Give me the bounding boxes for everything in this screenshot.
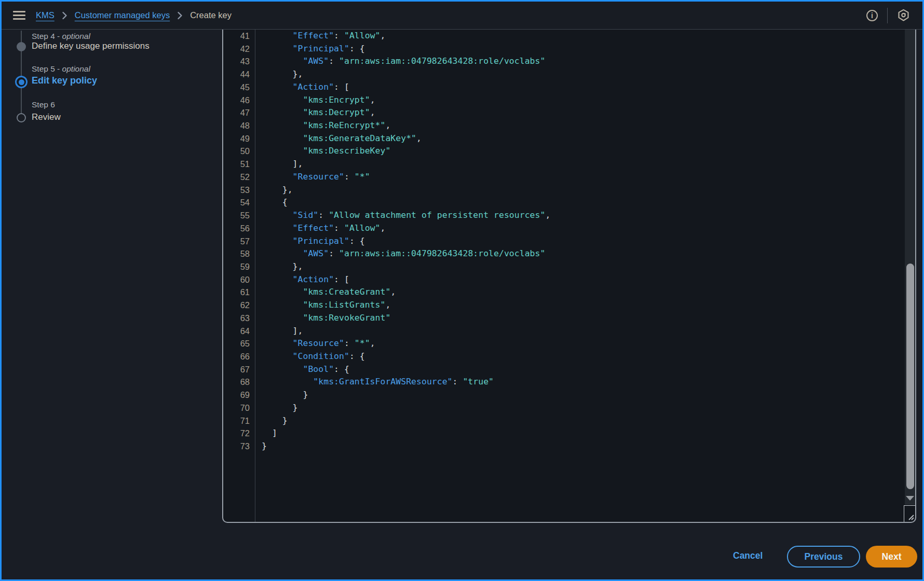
divider bbox=[887, 8, 888, 23]
code-line: ] bbox=[256, 427, 904, 440]
code-line: { bbox=[256, 196, 904, 209]
line-number: 41 bbox=[223, 30, 255, 43]
line-number: 56 bbox=[223, 222, 255, 235]
line-number: 42 bbox=[223, 43, 255, 56]
step-4-circle bbox=[17, 42, 26, 51]
code-line: "Resource": "*", bbox=[256, 337, 904, 350]
line-number: 63 bbox=[223, 312, 255, 325]
code-line: "Resource": "*" bbox=[256, 171, 904, 184]
next-button[interactable]: Next bbox=[866, 546, 917, 568]
editor-resize-handle[interactable] bbox=[904, 505, 915, 522]
code-line: "kms:GenerateDataKey*", bbox=[256, 132, 904, 145]
line-number: 45 bbox=[223, 81, 255, 94]
code-line: } bbox=[256, 414, 904, 427]
line-number: 50 bbox=[223, 145, 255, 158]
code-line: } bbox=[256, 389, 904, 402]
previous-button[interactable]: Previous bbox=[787, 546, 860, 568]
code-line: ], bbox=[256, 325, 904, 338]
code-line: }, bbox=[256, 260, 904, 273]
line-number: 62 bbox=[223, 299, 255, 312]
editor-scrollbar-thumb[interactable] bbox=[906, 264, 914, 489]
code-line: "Effect": "Allow", bbox=[256, 222, 904, 235]
top-nav-actions: i bbox=[866, 8, 910, 23]
scroll-down-arrow-icon[interactable] bbox=[906, 496, 914, 501]
code-line: "AWS": "arn:aws:iam::047982643428:role/v… bbox=[256, 55, 904, 68]
line-number: 69 bbox=[223, 389, 255, 402]
step-6-label: Step 6 bbox=[32, 100, 55, 109]
step-5-title[interactable]: Edit key policy bbox=[32, 75, 97, 86]
step-5-radio-active bbox=[15, 76, 28, 88]
line-number: 58 bbox=[223, 247, 255, 260]
line-number: 49 bbox=[223, 132, 255, 145]
code-line: "Action": [ bbox=[256, 273, 904, 286]
cancel-button[interactable]: Cancel bbox=[733, 550, 763, 561]
code-line: "Principal": { bbox=[256, 235, 904, 248]
line-number: 67 bbox=[223, 363, 255, 376]
line-number: 53 bbox=[223, 184, 255, 197]
code-line: ], bbox=[256, 158, 904, 171]
line-number: 66 bbox=[223, 350, 255, 363]
code-line: "AWS": "arn:aws:iam::047982643428:role/v… bbox=[256, 247, 904, 260]
menu-icon[interactable] bbox=[13, 11, 25, 20]
code-line: "kms:ListGrants", bbox=[256, 299, 904, 312]
code-line: "kms:GrantIsForAWSResource": "true" bbox=[256, 376, 904, 389]
editor-gutter: 4142434445464748495051525354555657585960… bbox=[223, 30, 255, 522]
chevron-right-icon bbox=[62, 11, 67, 20]
code-line: }, bbox=[256, 184, 904, 197]
step-5-label: Step 5 - optional bbox=[32, 64, 90, 74]
wizard-steps-nav: Step 4 - optional Define key usage permi… bbox=[16, 30, 213, 139]
step-4-title[interactable]: Define key usage permissions bbox=[32, 41, 150, 51]
line-number: 61 bbox=[223, 286, 255, 299]
code-line: "Principal": { bbox=[256, 43, 904, 56]
breadcrumb-link-customer-managed-keys[interactable]: Customer managed keys bbox=[75, 10, 170, 20]
code-line: "Condition": { bbox=[256, 350, 904, 363]
step-4-label: Step 4 - optional bbox=[32, 32, 90, 41]
line-number: 64 bbox=[223, 325, 255, 338]
key-policy-code-editor: 4142434445464748495051525354555657585960… bbox=[222, 30, 916, 523]
code-line: } bbox=[256, 402, 904, 414]
info-icon[interactable]: i bbox=[866, 10, 878, 21]
line-number: 65 bbox=[223, 337, 255, 350]
line-number: 51 bbox=[223, 158, 255, 171]
top-nav-bar: KMS Customer managed keys Create key i bbox=[2, 2, 922, 30]
line-number: 60 bbox=[223, 273, 255, 286]
line-number: 55 bbox=[223, 209, 255, 222]
line-number: 43 bbox=[223, 55, 255, 68]
breadcrumb-link-kms[interactable]: KMS bbox=[36, 10, 55, 20]
code-line: "Sid": "Allow attachment of persistent r… bbox=[256, 209, 904, 222]
line-number: 70 bbox=[223, 402, 255, 414]
code-line: "kms:RevokeGrant" bbox=[256, 312, 904, 325]
code-line: "kms:DescribeKey" bbox=[256, 145, 904, 158]
code-line: "Effect": "Allow", bbox=[256, 30, 904, 43]
step-6-title[interactable]: Review bbox=[32, 112, 61, 122]
code-line: "Bool": { bbox=[256, 363, 904, 376]
line-number: 47 bbox=[223, 106, 255, 119]
breadcrumb: KMS Customer managed keys Create key bbox=[36, 10, 232, 20]
code-line: } bbox=[256, 440, 904, 453]
line-number: 46 bbox=[223, 94, 255, 107]
code-line: "kms:CreateGrant", bbox=[256, 286, 904, 299]
line-number: 73 bbox=[223, 440, 255, 453]
line-number: 48 bbox=[223, 119, 255, 132]
chevron-right-icon bbox=[177, 11, 183, 20]
editor-code-area[interactable]: "Effect": "Allow", "Principal": { "AWS":… bbox=[256, 30, 904, 453]
line-number: 57 bbox=[223, 235, 255, 248]
code-line: }, bbox=[256, 68, 904, 81]
line-number: 54 bbox=[223, 196, 255, 209]
step-6-circle bbox=[17, 113, 26, 122]
line-number: 72 bbox=[223, 427, 255, 440]
code-line: "kms:Encrypt", bbox=[256, 94, 904, 107]
code-line: "kms:ReEncrypt*", bbox=[256, 119, 904, 132]
line-number: 71 bbox=[223, 414, 255, 427]
app-window: KMS Customer managed keys Create key i bbox=[0, 0, 924, 581]
breadcrumb-current-page: Create key bbox=[190, 10, 232, 20]
line-number: 52 bbox=[223, 171, 255, 184]
code-line: "Action": [ bbox=[256, 81, 904, 94]
code-line: "kms:Decrypt", bbox=[256, 106, 904, 119]
line-number: 68 bbox=[223, 376, 255, 389]
gear-icon[interactable] bbox=[897, 9, 910, 22]
line-number: 59 bbox=[223, 260, 255, 273]
line-number: 44 bbox=[223, 68, 255, 81]
